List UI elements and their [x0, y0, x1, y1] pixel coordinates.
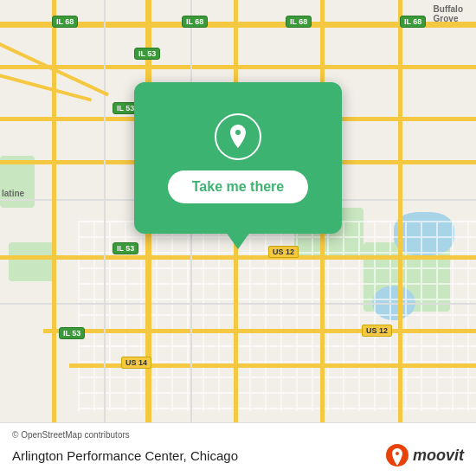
road-label-il68-3: IL 68 — [286, 16, 312, 28]
road-v7 — [190, 0, 192, 476]
city-label-buffalo-grove: BuffaloGrove — [434, 4, 463, 23]
map-container: BuffaloGrove latine IL 68 IL 68 IL 68 IL… — [0, 0, 476, 476]
city-label-palatine: latine — [2, 189, 24, 198]
moovit-icon — [385, 443, 409, 467]
road-label-il53-4: IL 53 — [59, 327, 85, 339]
road-label-il53-3: IL 53 — [113, 242, 138, 254]
road-label-il68-2: IL 68 — [182, 16, 208, 28]
venue-name: Arlington Performance Center, Chicago — [12, 448, 238, 463]
popup-card: Take me there — [134, 82, 342, 234]
road-v5 — [398, 0, 402, 476]
road-us12 — [0, 255, 476, 260]
road-label-il68-1: IL 68 — [52, 16, 78, 28]
location-pin-icon — [215, 113, 261, 160]
moovit-text: moovit — [413, 447, 464, 465]
road-v4 — [320, 0, 325, 476]
bottom-bar: © OpenStreetMap contributors Arlington P… — [0, 422, 476, 476]
road-label-il53-1: IL 53 — [134, 48, 160, 60]
attribution-text: © OpenStreetMap contributors — [12, 430, 464, 440]
road-label-il68-4: IL 68 — [400, 16, 426, 28]
road-label-us12-2: US 12 — [362, 325, 392, 337]
park-area-3 — [9, 242, 56, 281]
road-label-us12-1: US 12 — [268, 246, 299, 258]
moovit-logo: moovit — [385, 443, 464, 467]
venue-info: Arlington Performance Center, Chicago mo… — [12, 443, 464, 467]
road-h8 — [0, 303, 476, 305]
take-me-there-button[interactable]: Take me there — [168, 170, 308, 203]
road-label-us14: US 14 — [121, 357, 151, 369]
road-h7 — [43, 329, 476, 333]
